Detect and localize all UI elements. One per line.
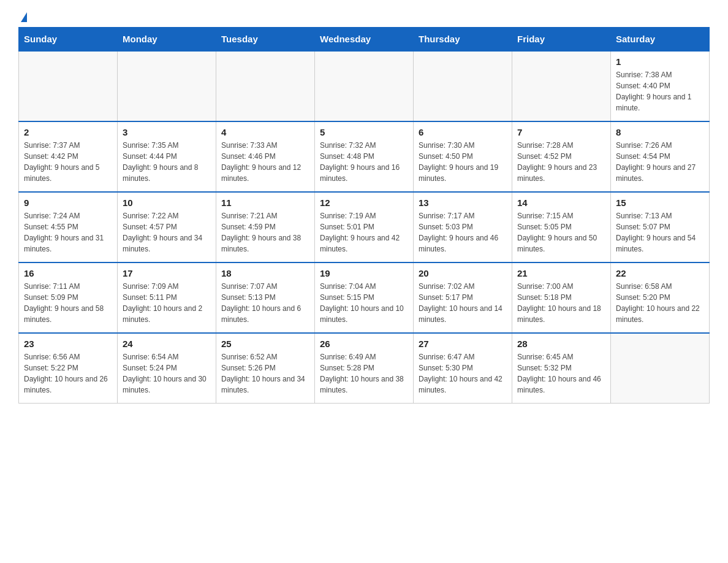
day-number: 10 — [123, 197, 211, 208]
day-info: Sunrise: 7:21 AMSunset: 4:59 PMDaylight:… — [221, 210, 309, 255]
day-info: Sunrise: 7:26 AMSunset: 4:54 PMDaylight:… — [616, 140, 704, 184]
day-info: Sunrise: 7:32 AMSunset: 4:48 PMDaylight:… — [320, 140, 408, 184]
calendar-cell — [414, 51, 512, 121]
weekday-header-wednesday: Wednesday — [315, 28, 414, 52]
calendar-cell: 22Sunrise: 6:58 AMSunset: 5:20 PMDayligh… — [611, 262, 710, 333]
day-number: 9 — [24, 197, 112, 208]
day-number: 26 — [320, 339, 408, 349]
calendar-cell: 19Sunrise: 7:04 AMSunset: 5:15 PMDayligh… — [315, 262, 414, 333]
day-info: Sunrise: 6:47 AMSunset: 5:30 PMDaylight:… — [419, 351, 507, 396]
calendar-cell: 23Sunrise: 6:56 AMSunset: 5:22 PMDayligh… — [19, 333, 118, 404]
calendar-cell — [315, 51, 414, 121]
day-number: 4 — [221, 127, 309, 137]
calendar-week-4: 16Sunrise: 7:11 AMSunset: 5:09 PMDayligh… — [19, 262, 710, 333]
calendar-cell: 5Sunrise: 7:32 AMSunset: 4:48 PMDaylight… — [315, 121, 414, 192]
day-number: 23 — [24, 339, 112, 349]
day-number: 1 — [616, 56, 704, 67]
day-info: Sunrise: 7:24 AMSunset: 4:55 PMDaylight:… — [24, 210, 112, 255]
day-info: Sunrise: 7:00 AMSunset: 5:18 PMDaylight:… — [517, 281, 605, 325]
day-number: 13 — [419, 197, 507, 208]
day-number: 21 — [517, 268, 605, 278]
day-number: 20 — [419, 268, 507, 278]
day-info: Sunrise: 6:45 AMSunset: 5:32 PMDaylight:… — [517, 351, 605, 396]
day-info: Sunrise: 7:09 AMSunset: 5:11 PMDaylight:… — [123, 281, 211, 325]
day-info: Sunrise: 7:37 AMSunset: 4:42 PMDaylight:… — [24, 140, 112, 184]
day-number: 27 — [419, 339, 507, 349]
calendar-cell — [512, 51, 611, 121]
day-number: 6 — [419, 127, 507, 137]
calendar-cell: 8Sunrise: 7:26 AMSunset: 4:54 PMDaylight… — [611, 121, 710, 192]
calendar-cell — [118, 51, 216, 121]
calendar-cell: 11Sunrise: 7:21 AMSunset: 4:59 PMDayligh… — [216, 192, 315, 262]
logo-line1 — [18, 12, 27, 23]
calendar-cell: 10Sunrise: 7:22 AMSunset: 4:57 PMDayligh… — [118, 192, 216, 262]
calendar-cell: 17Sunrise: 7:09 AMSunset: 5:11 PMDayligh… — [118, 262, 216, 333]
calendar-cell: 15Sunrise: 7:13 AMSunset: 5:07 PMDayligh… — [611, 192, 710, 262]
weekday-header-friday: Friday — [512, 28, 611, 52]
day-info: Sunrise: 6:49 AMSunset: 5:28 PMDaylight:… — [320, 351, 408, 396]
day-info: Sunrise: 7:35 AMSunset: 4:44 PMDaylight:… — [123, 140, 211, 184]
day-number: 28 — [517, 339, 605, 349]
day-number: 22 — [616, 268, 704, 278]
calendar-cell: 16Sunrise: 7:11 AMSunset: 5:09 PMDayligh… — [19, 262, 118, 333]
day-number: 15 — [616, 197, 704, 208]
logo — [18, 12, 27, 21]
calendar-cell: 12Sunrise: 7:19 AMSunset: 5:01 PMDayligh… — [315, 192, 414, 262]
calendar-cell: 1Sunrise: 7:38 AMSunset: 4:40 PMDaylight… — [611, 51, 710, 121]
day-info: Sunrise: 7:13 AMSunset: 5:07 PMDaylight:… — [616, 210, 704, 255]
calendar-cell: 9Sunrise: 7:24 AMSunset: 4:55 PMDaylight… — [19, 192, 118, 262]
calendar-cell: 24Sunrise: 6:54 AMSunset: 5:24 PMDayligh… — [118, 333, 216, 404]
day-info: Sunrise: 7:38 AMSunset: 4:40 PMDaylight:… — [616, 69, 704, 113]
calendar-cell — [19, 51, 118, 121]
day-info: Sunrise: 6:52 AMSunset: 5:26 PMDaylight:… — [221, 351, 309, 396]
calendar-cell: 20Sunrise: 7:02 AMSunset: 5:17 PMDayligh… — [414, 262, 512, 333]
calendar-cell: 25Sunrise: 6:52 AMSunset: 5:26 PMDayligh… — [216, 333, 315, 404]
calendar-table: SundayMondayTuesdayWednesdayThursdayFrid… — [18, 27, 710, 404]
day-number: 11 — [221, 197, 309, 208]
calendar-week-1: 1Sunrise: 7:38 AMSunset: 4:40 PMDaylight… — [19, 51, 710, 121]
day-info: Sunrise: 7:22 AMSunset: 4:57 PMDaylight:… — [123, 210, 211, 255]
weekday-header-monday: Monday — [118, 28, 216, 52]
day-number: 5 — [320, 127, 408, 137]
logo-triangle-icon — [21, 12, 27, 22]
day-info: Sunrise: 7:17 AMSunset: 5:03 PMDaylight:… — [419, 210, 507, 255]
weekday-header-sunday: Sunday — [19, 28, 118, 52]
day-number: 8 — [616, 127, 704, 137]
day-info: Sunrise: 7:19 AMSunset: 5:01 PMDaylight:… — [320, 210, 408, 255]
calendar-cell: 7Sunrise: 7:28 AMSunset: 4:52 PMDaylight… — [512, 121, 611, 192]
day-info: Sunrise: 7:07 AMSunset: 5:13 PMDaylight:… — [221, 281, 309, 325]
day-number: 18 — [221, 268, 309, 278]
calendar-cell: 14Sunrise: 7:15 AMSunset: 5:05 PMDayligh… — [512, 192, 611, 262]
day-number: 19 — [320, 268, 408, 278]
calendar-cell: 4Sunrise: 7:33 AMSunset: 4:46 PMDaylight… — [216, 121, 315, 192]
weekday-header-tuesday: Tuesday — [216, 28, 315, 52]
day-info: Sunrise: 6:56 AMSunset: 5:22 PMDaylight:… — [24, 351, 112, 396]
calendar-cell: 3Sunrise: 7:35 AMSunset: 4:44 PMDaylight… — [118, 121, 216, 192]
day-info: Sunrise: 7:02 AMSunset: 5:17 PMDaylight:… — [419, 281, 507, 325]
day-number: 12 — [320, 197, 408, 208]
day-number: 24 — [123, 339, 211, 349]
day-number: 7 — [517, 127, 605, 137]
weekday-header-row: SundayMondayTuesdayWednesdayThursdayFrid… — [19, 28, 710, 52]
calendar-cell — [216, 51, 315, 121]
day-number: 16 — [24, 268, 112, 278]
calendar-cell: 18Sunrise: 7:07 AMSunset: 5:13 PMDayligh… — [216, 262, 315, 333]
day-number: 3 — [123, 127, 211, 137]
calendar-cell: 21Sunrise: 7:00 AMSunset: 5:18 PMDayligh… — [512, 262, 611, 333]
day-info: Sunrise: 7:28 AMSunset: 4:52 PMDaylight:… — [517, 140, 605, 184]
day-info: Sunrise: 7:30 AMSunset: 4:50 PMDaylight:… — [419, 140, 507, 184]
day-info: Sunrise: 7:33 AMSunset: 4:46 PMDaylight:… — [221, 140, 309, 184]
weekday-header-saturday: Saturday — [611, 28, 710, 52]
day-info: Sunrise: 7:04 AMSunset: 5:15 PMDaylight:… — [320, 281, 408, 325]
day-number: 25 — [221, 339, 309, 349]
day-info: Sunrise: 6:58 AMSunset: 5:20 PMDaylight:… — [616, 281, 704, 325]
day-info: Sunrise: 6:54 AMSunset: 5:24 PMDaylight:… — [123, 351, 211, 396]
calendar-cell: 2Sunrise: 7:37 AMSunset: 4:42 PMDaylight… — [19, 121, 118, 192]
day-info: Sunrise: 7:11 AMSunset: 5:09 PMDaylight:… — [24, 281, 112, 325]
calendar-week-3: 9Sunrise: 7:24 AMSunset: 4:55 PMDaylight… — [19, 192, 710, 262]
page-header — [18, 12, 710, 21]
calendar-cell: 26Sunrise: 6:49 AMSunset: 5:28 PMDayligh… — [315, 333, 414, 404]
day-info: Sunrise: 7:15 AMSunset: 5:05 PMDaylight:… — [517, 210, 605, 255]
calendar-cell: 28Sunrise: 6:45 AMSunset: 5:32 PMDayligh… — [512, 333, 611, 404]
weekday-header-thursday: Thursday — [414, 28, 512, 52]
